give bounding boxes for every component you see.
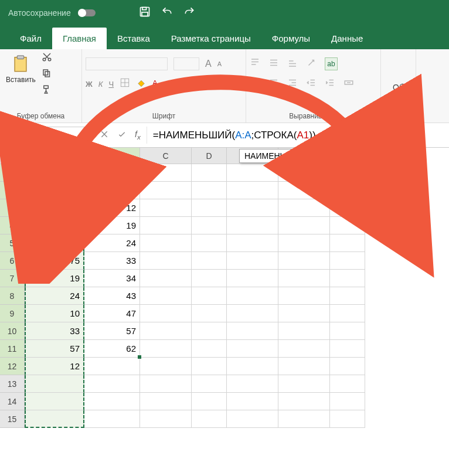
- cell[interactable]: [278, 217, 330, 234]
- cell[interactable]: [140, 164, 192, 182]
- cell[interactable]: 19: [84, 217, 140, 234]
- cell[interactable]: [227, 375, 278, 393]
- cell[interactable]: [192, 252, 227, 270]
- row-header[interactable]: 2: [0, 182, 25, 199]
- cell[interactable]: [330, 305, 365, 322]
- row-header[interactable]: 15: [0, 410, 25, 428]
- cell[interactable]: [227, 322, 278, 340]
- redo-icon[interactable]: [183, 6, 195, 20]
- italic-button[interactable]: К: [98, 80, 103, 89]
- cell[interactable]: [140, 252, 192, 270]
- cell[interactable]: [84, 375, 140, 393]
- cell[interactable]: [140, 217, 192, 234]
- row-header[interactable]: 11: [0, 340, 25, 358]
- cell[interactable]: [140, 199, 192, 217]
- cell[interactable]: [192, 322, 227, 340]
- tab-file[interactable]: Файл: [9, 28, 52, 49]
- cell[interactable]: [227, 270, 278, 287]
- cell[interactable]: [140, 410, 192, 428]
- align-middle-icon[interactable]: [268, 57, 279, 70]
- tab-home[interactable]: Главная: [52, 28, 107, 49]
- cell[interactable]: [278, 340, 330, 358]
- cell[interactable]: [192, 217, 227, 234]
- row-header[interactable]: 14: [0, 393, 25, 410]
- align-left-icon[interactable]: [250, 77, 260, 90]
- col-header-d[interactable]: D: [192, 148, 227, 164]
- cell[interactable]: [227, 182, 278, 199]
- cell[interactable]: [330, 182, 365, 199]
- cell[interactable]: [330, 322, 365, 340]
- select-all-corner[interactable]: [0, 148, 25, 164]
- undo-icon[interactable]: [161, 6, 173, 20]
- row-header[interactable]: 3: [0, 199, 25, 217]
- cell[interactable]: [192, 164, 227, 182]
- cell[interactable]: [278, 358, 330, 375]
- copy-icon[interactable]: [42, 68, 52, 81]
- cell[interactable]: A:A;: [84, 164, 140, 182]
- cell[interactable]: 47: [84, 305, 140, 322]
- format-painter-icon[interactable]: [42, 84, 52, 97]
- cell[interactable]: 75: [25, 252, 84, 270]
- cell[interactable]: [278, 410, 330, 428]
- cell[interactable]: 57: [25, 340, 84, 358]
- tab-layout[interactable]: Разметка страницы: [161, 28, 261, 49]
- cell[interactable]: [140, 322, 192, 340]
- tab-insert[interactable]: Вставка: [107, 28, 161, 49]
- col-header-c[interactable]: C: [140, 148, 192, 164]
- cell[interactable]: 2: [25, 234, 84, 252]
- cell[interactable]: [227, 217, 278, 234]
- cell[interactable]: [278, 182, 330, 199]
- cell[interactable]: [25, 393, 84, 410]
- cell[interactable]: 12: [84, 199, 140, 217]
- indent-decrease-icon[interactable]: [306, 77, 317, 90]
- cell[interactable]: [227, 358, 278, 375]
- cell[interactable]: [192, 287, 227, 305]
- row-header[interactable]: 10: [0, 322, 25, 340]
- cell[interactable]: [278, 375, 330, 393]
- cell[interactable]: 62: [84, 340, 140, 358]
- row-header[interactable]: 5: [0, 234, 25, 252]
- cell[interactable]: [330, 287, 365, 305]
- cell[interactable]: 24: [25, 287, 84, 305]
- cell[interactable]: [330, 164, 365, 182]
- fill-color-icon[interactable]: [136, 77, 147, 90]
- cell[interactable]: [140, 234, 192, 252]
- cell[interactable]: [227, 252, 278, 270]
- cell[interactable]: 10: [25, 305, 84, 322]
- cell[interactable]: [278, 270, 330, 287]
- cell[interactable]: [25, 410, 84, 428]
- cell[interactable]: 43: [84, 287, 140, 305]
- cell[interactable]: [227, 287, 278, 305]
- row-header[interactable]: 7: [0, 270, 25, 287]
- cell[interactable]: [278, 393, 330, 410]
- row-header[interactable]: 13: [0, 375, 25, 393]
- align-bottom-icon[interactable]: [287, 57, 298, 70]
- cell[interactable]: [140, 340, 192, 358]
- cell[interactable]: [192, 199, 227, 217]
- cell[interactable]: [140, 305, 192, 322]
- cell[interactable]: 57: [84, 322, 140, 340]
- cell[interactable]: [227, 234, 278, 252]
- cell[interactable]: [278, 164, 330, 182]
- merge-icon[interactable]: [343, 77, 354, 90]
- cell[interactable]: 47: [25, 217, 84, 234]
- underline-button[interactable]: Ч: [108, 80, 114, 89]
- bold-button[interactable]: Ж: [86, 80, 93, 89]
- cell[interactable]: [192, 393, 227, 410]
- wrap-text-button[interactable]: ab: [325, 57, 338, 70]
- col-header-a[interactable]: A: [25, 148, 84, 164]
- indent-increase-icon[interactable]: [325, 77, 335, 90]
- orientation-icon[interactable]: [306, 57, 317, 70]
- chevron-down-icon[interactable]: ▼: [79, 132, 85, 138]
- row-header[interactable]: 8: [0, 287, 25, 305]
- cell[interactable]: [84, 358, 140, 375]
- cell[interactable]: [192, 305, 227, 322]
- cell[interactable]: [330, 252, 365, 270]
- cell[interactable]: [227, 199, 278, 217]
- cell[interactable]: [227, 410, 278, 428]
- cell[interactable]: [330, 270, 365, 287]
- cell[interactable]: [330, 375, 365, 393]
- cell[interactable]: [192, 182, 227, 199]
- align-right-icon[interactable]: [287, 77, 298, 90]
- row-header[interactable]: 12: [0, 358, 25, 375]
